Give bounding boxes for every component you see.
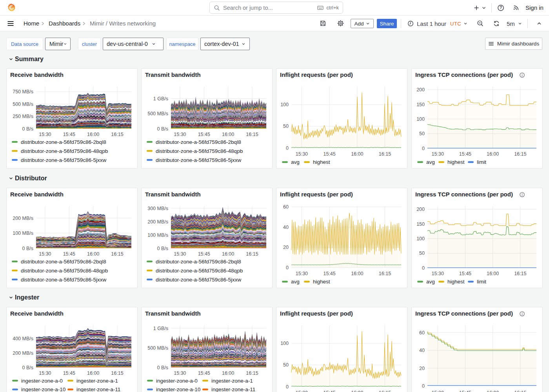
svg-text:Inflight requests (per pod): Inflight requests (per pod) bbox=[280, 71, 353, 78]
svg-text:200: 200 bbox=[416, 87, 425, 93]
svg-text:60: 60 bbox=[419, 330, 425, 336]
svg-text:distributor-zone-a-56fd759c86-: distributor-zone-a-56fd759c86-2bql8 bbox=[156, 139, 241, 145]
svg-text:highest: highest bbox=[447, 279, 465, 285]
svg-text:Inflight requests (per pod): Inflight requests (per pod) bbox=[280, 191, 353, 198]
svg-text:15:45: 15:45 bbox=[63, 132, 75, 137]
svg-text:50: 50 bbox=[283, 123, 289, 129]
svg-text:15:30: 15:30 bbox=[296, 390, 308, 392]
svg-text:avg: avg bbox=[426, 279, 435, 285]
svg-text:distributor-zone-a-56fd759c86-: distributor-zone-a-56fd759c86-2bql8 bbox=[21, 139, 106, 145]
svg-text:200 MB/s: 200 MB/s bbox=[13, 216, 33, 221]
svg-text:16:00: 16:00 bbox=[222, 251, 234, 257]
svg-text:0: 0 bbox=[286, 384, 289, 390]
svg-text:15:30: 15:30 bbox=[174, 370, 186, 376]
svg-text:distributor-zone-a-56fd759c86-: distributor-zone-a-56fd759c86-48qpb bbox=[21, 268, 108, 274]
svg-text:16:00: 16:00 bbox=[487, 151, 499, 157]
svg-text:ingester-zone-a-10: ingester-zone-a-10 bbox=[156, 387, 200, 392]
svg-text:ingester-zone-a-0: ingester-zone-a-0 bbox=[156, 378, 198, 384]
svg-text:0 B/s: 0 B/s bbox=[22, 126, 34, 132]
svg-text:15:30: 15:30 bbox=[432, 151, 444, 157]
svg-text:Transmit bandwidth: Transmit bandwidth bbox=[145, 191, 201, 198]
svg-text:avg: avg bbox=[426, 159, 435, 165]
svg-text:ingester-zone-a-11: ingester-zone-a-11 bbox=[76, 387, 120, 392]
svg-text:15:45: 15:45 bbox=[323, 151, 335, 157]
svg-text:16:15: 16:15 bbox=[111, 132, 123, 137]
svg-text:Inflight requests (per pod): Inflight requests (per pod) bbox=[280, 310, 353, 317]
svg-text:0 B/s: 0 B/s bbox=[157, 365, 169, 370]
svg-text:200 MB/s: 200 MB/s bbox=[147, 219, 168, 225]
svg-text:Receive bandwidth: Receive bandwidth bbox=[10, 310, 64, 317]
svg-text:16:15: 16:15 bbox=[514, 271, 526, 276]
svg-text:Transmit bandwidth: Transmit bandwidth bbox=[145, 71, 201, 78]
svg-text:20: 20 bbox=[283, 245, 289, 250]
svg-text:Receive bandwidth: Receive bandwidth bbox=[10, 191, 64, 198]
svg-text:100: 100 bbox=[280, 341, 289, 346]
svg-text:16:15: 16:15 bbox=[246, 370, 258, 376]
svg-text:distributor-zone-a-56fd759c86-: distributor-zone-a-56fd759c86-48qpb bbox=[156, 268, 243, 274]
svg-text:0 B/s: 0 B/s bbox=[22, 365, 34, 370]
svg-text:15:45: 15:45 bbox=[323, 390, 335, 392]
svg-text:?: ? bbox=[500, 5, 502, 10]
svg-text:15:30: 15:30 bbox=[174, 251, 186, 257]
svg-text:300 MB/s: 300 MB/s bbox=[147, 206, 168, 211]
svg-text:20: 20 bbox=[419, 366, 425, 371]
svg-text:Transmit bandwidth: Transmit bandwidth bbox=[145, 310, 201, 317]
svg-text:16:15: 16:15 bbox=[514, 390, 526, 392]
svg-text:16:15: 16:15 bbox=[246, 251, 258, 257]
svg-text:16:15: 16:15 bbox=[111, 370, 123, 376]
svg-text:Ingress TCP connections (per p: Ingress TCP connections (per pod) bbox=[415, 310, 513, 317]
svg-text:1 GB/s: 1 GB/s bbox=[153, 96, 168, 102]
svg-text:100: 100 bbox=[416, 116, 425, 122]
svg-text:50: 50 bbox=[419, 131, 425, 136]
svg-text:distributor-zone-a-56fd759c86-: distributor-zone-a-56fd759c86-5jxxw bbox=[156, 277, 242, 283]
svg-text:200: 200 bbox=[416, 207, 425, 212]
svg-text:0: 0 bbox=[422, 383, 425, 389]
svg-text:15:30: 15:30 bbox=[432, 390, 444, 392]
svg-text:40: 40 bbox=[283, 225, 289, 230]
svg-text:400 MB/s: 400 MB/s bbox=[13, 336, 33, 341]
svg-text:Ingress TCP connections (per p: Ingress TCP connections (per pod) bbox=[415, 191, 513, 198]
svg-text:150: 150 bbox=[416, 102, 425, 107]
svg-text:ingester-zone-a-1: ingester-zone-a-1 bbox=[76, 378, 118, 384]
svg-text:16:00: 16:00 bbox=[87, 370, 99, 376]
svg-text:Receive bandwidth: Receive bandwidth bbox=[10, 71, 64, 78]
svg-text:40: 40 bbox=[419, 348, 425, 353]
svg-text:ingester-zone-a-11: ingester-zone-a-11 bbox=[211, 387, 255, 392]
svg-text:distributor-zone-a-56fd759c86-: distributor-zone-a-56fd759c86-48qpb bbox=[156, 148, 243, 154]
svg-text:16:15: 16:15 bbox=[514, 151, 526, 157]
svg-text:Ingress TCP connections (per p: Ingress TCP connections (per pod) bbox=[415, 71, 513, 78]
svg-text:0 B/s: 0 B/s bbox=[22, 246, 34, 251]
svg-text:avg: avg bbox=[291, 159, 300, 165]
svg-text:250 MB/s: 250 MB/s bbox=[13, 114, 33, 119]
svg-text:0 B/s: 0 B/s bbox=[157, 246, 169, 251]
svg-text:15:45: 15:45 bbox=[63, 251, 75, 257]
svg-text:16:00: 16:00 bbox=[87, 251, 99, 257]
svg-text:15:45: 15:45 bbox=[323, 271, 335, 276]
svg-text:distributor-zone-a-56fd759c86-: distributor-zone-a-56fd759c86-2bql8 bbox=[156, 259, 241, 265]
svg-text:16:15: 16:15 bbox=[111, 251, 123, 257]
svg-text:15:45: 15:45 bbox=[63, 370, 75, 376]
svg-text:100 MB/s: 100 MB/s bbox=[147, 232, 168, 238]
svg-text:distributor-zone-a-56fd759c86-: distributor-zone-a-56fd759c86-5jxxw bbox=[21, 157, 107, 163]
svg-text:15:45: 15:45 bbox=[459, 151, 471, 157]
svg-text:16:00: 16:00 bbox=[222, 132, 234, 137]
svg-text:16:00: 16:00 bbox=[351, 151, 363, 157]
svg-text:15:45: 15:45 bbox=[198, 251, 210, 257]
svg-text:0 B/s: 0 B/s bbox=[157, 126, 169, 132]
svg-text:15:30: 15:30 bbox=[174, 132, 186, 137]
svg-text:100: 100 bbox=[280, 102, 289, 107]
svg-text:16:00: 16:00 bbox=[351, 271, 363, 276]
svg-text:ingester-zone-a-10: ingester-zone-a-10 bbox=[21, 387, 65, 392]
svg-text:60: 60 bbox=[283, 204, 289, 210]
svg-text:50: 50 bbox=[283, 362, 289, 368]
svg-text:15:30: 15:30 bbox=[39, 251, 51, 257]
svg-text:16:00: 16:00 bbox=[487, 390, 499, 392]
svg-text:16:15: 16:15 bbox=[379, 271, 391, 276]
svg-text:distributor-zone-a-56fd759c86-: distributor-zone-a-56fd759c86-5jxxw bbox=[156, 157, 242, 163]
svg-text:distributor-zone-a-56fd759c86-: distributor-zone-a-56fd759c86-48qpb bbox=[21, 148, 108, 154]
svg-text:16:15: 16:15 bbox=[379, 390, 391, 392]
svg-text:highest: highest bbox=[447, 159, 465, 165]
svg-text:ingester-zone-a-0: ingester-zone-a-0 bbox=[21, 378, 63, 384]
svg-text:0: 0 bbox=[422, 146, 425, 151]
svg-text:ingester-zone-a-1: ingester-zone-a-1 bbox=[211, 378, 253, 384]
